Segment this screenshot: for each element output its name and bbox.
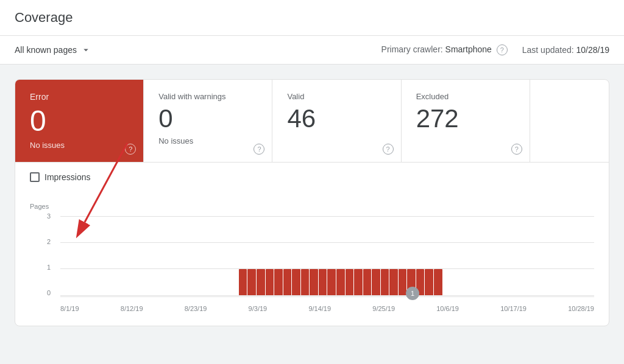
bar <box>336 269 345 295</box>
stat-error[interactable]: Error 0 No issues ? <box>15 80 144 162</box>
stat-error-sub: No issues <box>30 141 129 150</box>
help-icon-warnings[interactable]: ? <box>254 144 264 155</box>
toolbar-right-info: Primary crawler: Smartphone ? Last updat… <box>381 44 609 55</box>
y-label-1: 1 <box>30 264 55 271</box>
y-axis: Pages 3 2 1 0 <box>30 203 55 296</box>
impressions-checkbox[interactable] <box>30 172 40 182</box>
help-icon-error[interactable]: ? <box>125 144 136 155</box>
y-label-2: 2 <box>30 238 55 245</box>
impressions-toggle: Impressions <box>30 172 594 182</box>
stat-warnings-value: 0 <box>158 106 257 131</box>
bars-container <box>60 216 594 295</box>
bar <box>310 269 318 295</box>
stats-row: Error 0 No issues ? Valid with warnings … <box>15 80 609 163</box>
main-content: Error 0 No issues ? Valid with warnings … <box>0 65 624 341</box>
help-icon-valid[interactable]: ? <box>383 144 394 155</box>
bar <box>319 269 327 295</box>
stat-excluded-label: Excluded <box>416 92 515 101</box>
bar <box>292 269 300 295</box>
bar <box>389 269 398 295</box>
page-title: Coverage <box>15 10 609 26</box>
bar <box>327 269 336 295</box>
bar <box>274 269 283 295</box>
bar <box>239 269 247 295</box>
help-icon-excluded[interactable]: ? <box>511 144 522 155</box>
bar <box>257 269 265 295</box>
y-axis-title: Pages <box>30 203 55 210</box>
stat-error-label: Error <box>30 92 129 102</box>
bar <box>434 269 442 295</box>
page-header: Coverage <box>0 0 624 36</box>
stat-valid[interactable]: Valid 46 ? <box>272 80 401 162</box>
stat-valid-value: 46 <box>287 106 386 131</box>
x-label-7: 10/17/19 <box>500 305 526 312</box>
stat-empty <box>530 80 609 162</box>
toolbar: All known pages Primary crawler: Smartph… <box>0 36 624 65</box>
bar <box>301 269 310 295</box>
x-label-0: 8/1/19 <box>60 305 79 312</box>
stats-card: Error 0 No issues ? Valid with warnings … <box>15 79 609 326</box>
x-label-3: 9/3/19 <box>249 305 268 312</box>
stat-warnings-label: Valid with warnings <box>158 92 257 101</box>
bar <box>363 269 372 295</box>
bar <box>381 269 389 295</box>
bar <box>425 269 433 295</box>
stat-warnings-sub: No issues <box>158 136 257 145</box>
bar <box>346 269 354 295</box>
filter-dropdown[interactable]: All known pages <box>15 42 91 58</box>
primary-crawler-text: Primary crawler: Smartphone ? <box>381 44 508 55</box>
x-label-8: 10/28/19 <box>568 305 594 312</box>
bar <box>266 269 274 295</box>
stat-valid-label: Valid <box>287 92 386 101</box>
chart-section: Impressions Pages 3 2 1 0 <box>15 163 609 326</box>
x-label-4: 9/14/19 <box>308 305 331 312</box>
bar <box>399 269 407 295</box>
x-label-5: 9/25/19 <box>372 305 395 312</box>
chevron-down-icon <box>80 44 91 55</box>
x-label-1: 8/12/19 <box>121 305 143 312</box>
chart-inner: 8/1/19 8/12/19 8/23/19 9/3/19 9/14/19 9/… <box>60 198 594 313</box>
bar <box>247 269 256 295</box>
stat-error-value: 0 <box>30 107 129 136</box>
filter-label: All known pages <box>15 45 77 55</box>
bar <box>354 269 363 295</box>
grid-line-0 <box>60 295 594 296</box>
bar <box>372 269 380 295</box>
tooltip-dot: 1 <box>406 287 419 300</box>
stat-excluded[interactable]: Excluded 272 ? <box>402 80 530 162</box>
chart-area: Pages 3 2 1 0 <box>30 192 594 313</box>
help-icon-crawler[interactable]: ? <box>497 44 508 55</box>
impressions-label: Impressions <box>44 172 90 182</box>
x-label-6: 10/6/19 <box>436 305 459 312</box>
x-axis: 8/1/19 8/12/19 8/23/19 9/3/19 9/14/19 9/… <box>60 296 594 313</box>
bar <box>283 269 292 295</box>
stat-warnings[interactable]: Valid with warnings 0 No issues ? <box>144 80 272 162</box>
y-label-3: 3 <box>30 212 55 220</box>
x-label-2: 8/23/19 <box>185 305 207 312</box>
stat-excluded-value: 272 <box>416 106 515 131</box>
y-label-0: 0 <box>30 289 55 296</box>
